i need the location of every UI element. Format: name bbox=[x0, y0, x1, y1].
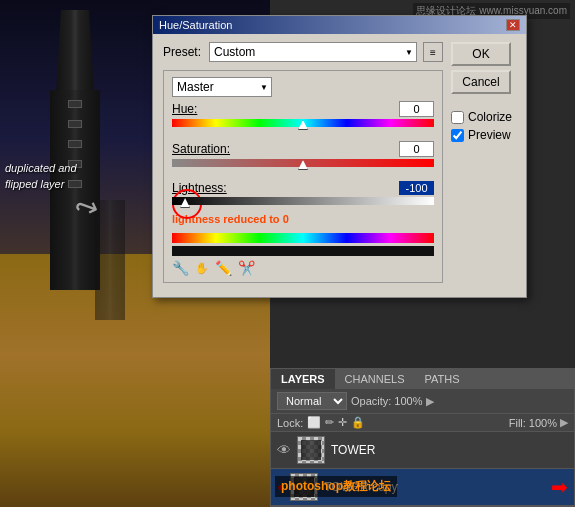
layer-name-tower: TOWER bbox=[331, 443, 568, 457]
blend-mode-select[interactable]: Normal bbox=[277, 392, 347, 410]
ok-button[interactable]: OK bbox=[451, 42, 511, 66]
color-bars bbox=[172, 233, 434, 256]
opacity-row: Opacity: 100% ▶ bbox=[351, 395, 434, 408]
saturation-slider-row: Saturation: 0 bbox=[172, 141, 434, 173]
saturation-slider-track[interactable] bbox=[172, 159, 434, 173]
tab-channels[interactable]: CHANNELS bbox=[335, 369, 415, 389]
dialog-title: Hue/Saturation bbox=[159, 19, 232, 31]
preview-checkbox-row: Preview bbox=[451, 128, 516, 142]
cancel-button[interactable]: Cancel bbox=[451, 70, 511, 94]
saturation-label: Saturation: bbox=[172, 142, 230, 156]
preview-label: Preview bbox=[468, 128, 511, 142]
lightness-slider-track[interactable] bbox=[172, 197, 434, 211]
layers-tabs: LAYERS CHANNELS PATHS bbox=[271, 369, 574, 389]
preset-options-button[interactable]: ≡ bbox=[423, 42, 443, 62]
rainbow-bar-top bbox=[172, 233, 434, 243]
lightness-value: -100 bbox=[399, 181, 434, 195]
black-bar-bottom bbox=[172, 246, 434, 256]
dialog-titlebar: Hue/Saturation ✕ bbox=[153, 16, 526, 34]
eyedropper-add-icon[interactable]: ✏️ bbox=[215, 260, 232, 276]
visibility-icon-tower[interactable]: 👁 bbox=[277, 442, 291, 458]
colorize-label: Colorize bbox=[468, 110, 512, 124]
eyedropper-icon[interactable]: 🔧 bbox=[172, 260, 189, 276]
annotation-text: duplicated and flipped layer bbox=[5, 160, 77, 192]
close-button[interactable]: ✕ bbox=[506, 19, 520, 31]
layers-toolbar: Normal Opacity: 100% ▶ bbox=[271, 389, 574, 414]
master-select[interactable]: Master bbox=[172, 77, 272, 97]
lock-label: Lock: bbox=[277, 417, 303, 429]
dialog-right-panel: OK Cancel Colorize Preview bbox=[451, 42, 516, 289]
hue-thumb[interactable] bbox=[298, 120, 308, 130]
fill-arrow-icon[interactable]: ▶ bbox=[560, 416, 568, 429]
preset-label: Preset: bbox=[163, 45, 203, 59]
dialog-main-content: Preset: Custom ▼ ≡ Master bbox=[163, 42, 443, 289]
checkbox-area: Colorize Preview bbox=[451, 106, 516, 142]
saturation-value: 0 bbox=[399, 141, 434, 157]
preview-checkbox[interactable] bbox=[451, 129, 464, 142]
lightness-slider-row: Lightness: -100 lightness reduced to 0 bbox=[172, 181, 434, 225]
lock-transparency-icon[interactable]: ⬜ bbox=[307, 416, 321, 429]
layer-item-tower[interactable]: 👁 TOWER bbox=[271, 432, 574, 469]
lock-paint-icon[interactable]: ✏ bbox=[325, 416, 334, 429]
red-arrow-annotation: ➡ bbox=[551, 475, 568, 499]
eyedropper-subtract-icon[interactable]: ✂️ bbox=[238, 260, 255, 276]
photoshop-watermark: photoshop教程论坛 bbox=[275, 476, 397, 497]
master-select-wrapper: Master ▼ bbox=[172, 77, 272, 97]
lightness-thumb[interactable] bbox=[180, 198, 190, 208]
hue-value: 0 bbox=[399, 101, 434, 117]
fill-label: Fill: bbox=[509, 417, 526, 429]
opacity-arrow-icon[interactable]: ▶ bbox=[426, 395, 434, 408]
hue-slider-track[interactable] bbox=[172, 119, 434, 133]
lightness-label: Lightness: bbox=[172, 181, 227, 195]
master-row: Master ▼ bbox=[172, 77, 434, 97]
fill-row: Fill: 100% ▶ bbox=[509, 416, 568, 429]
preset-select-wrapper: Custom ▼ bbox=[209, 42, 417, 62]
hand-icon[interactable]: ✋ bbox=[195, 262, 209, 275]
hue-saturation-dialog: Hue/Saturation ✕ Preset: Custom ▼ ≡ bbox=[152, 15, 527, 298]
tools-row: 🔧 ✋ ✏️ ✂️ bbox=[172, 260, 434, 276]
lock-move-icon[interactable]: ✛ bbox=[338, 416, 347, 429]
tab-paths[interactable]: PATHS bbox=[415, 369, 470, 389]
layer-thumbnail-tower bbox=[297, 436, 325, 464]
colorize-checkbox-row: Colorize bbox=[451, 110, 516, 124]
tab-layers[interactable]: LAYERS bbox=[271, 369, 335, 389]
lightness-annotation-text: lightness reduced to 0 bbox=[172, 213, 434, 225]
hue-label: Hue: bbox=[172, 102, 197, 116]
opacity-value: 100% bbox=[394, 395, 422, 407]
hue-slider-row: Hue: 0 bbox=[172, 101, 434, 133]
fill-value: 100% bbox=[529, 417, 557, 429]
saturation-thumb[interactable] bbox=[298, 160, 308, 170]
preset-row: Preset: Custom ▼ ≡ bbox=[163, 42, 443, 62]
layers-lock-row: Lock: ⬜ ✏ ✛ 🔒 Fill: 100% ▶ bbox=[271, 414, 574, 432]
preset-select[interactable]: Custom bbox=[209, 42, 417, 62]
master-group: Master ▼ Hue: 0 bbox=[163, 70, 443, 283]
colorize-checkbox[interactable] bbox=[451, 111, 464, 124]
lock-all-icon[interactable]: 🔒 bbox=[351, 416, 365, 429]
opacity-label: Opacity: bbox=[351, 395, 391, 407]
